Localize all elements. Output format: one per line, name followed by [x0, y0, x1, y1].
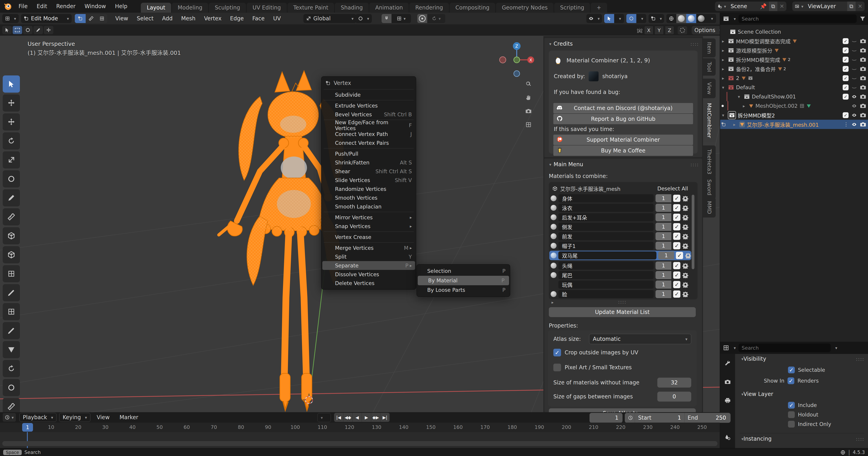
current-frame-field[interactable]: 1: [590, 413, 622, 423]
delete-scene-button[interactable]: ✕: [777, 2, 786, 11]
material-name-field[interactable]: 双马尾: [558, 251, 656, 260]
timeline-track-area[interactable]: [0, 432, 720, 448]
menu-mesh[interactable]: Mesh: [177, 15, 200, 22]
material-checkbox[interactable]: ✓: [673, 195, 680, 202]
menu-help[interactable]: Help: [111, 3, 132, 9]
collapse-icon[interactable]: ▾: [549, 41, 551, 46]
properties-search-input[interactable]: [739, 344, 831, 352]
playhead-marker[interactable]: 1: [22, 423, 33, 432]
tool-rotate-button[interactable]: [3, 132, 20, 150]
expand-icon[interactable]: ▸: [720, 48, 726, 53]
sidebar-tab-sword[interactable]: Sword: [703, 176, 716, 199]
material-name-field[interactable]: 脸: [558, 290, 654, 298]
menu-file[interactable]: File: [14, 3, 32, 9]
expand-icon[interactable]: ▸: [720, 39, 726, 43]
selectable-checkbox[interactable]: ✓: [788, 366, 795, 373]
menu-item-mirror-vertices[interactable]: Mirror Vertices▸: [321, 213, 416, 222]
xray-toggle-button[interactable]: ▾: [649, 14, 664, 23]
outliner-search-input[interactable]: [739, 14, 857, 23]
coffee-button[interactable]: Buy Me a Coffee: [553, 145, 693, 156]
menu-item-randomize-vertices[interactable]: Randomize Vertices: [321, 185, 416, 193]
tool-scale-button[interactable]: [3, 151, 20, 168]
editor-type-chevron[interactable]: ▾: [734, 346, 736, 350]
material-checkbox[interactable]: ✓: [673, 281, 680, 288]
submenu-item-by-material[interactable]: By MaterialP: [418, 276, 509, 285]
proportional-editing-button[interactable]: [417, 14, 427, 23]
viewport-3d[interactable]: User Perspective (1) 艾尔莎-水手服泳装_mesh.001 …: [0, 36, 720, 412]
outliner-row-selected-mesh[interactable]: ▸ 艾尔莎-水手服泳装_mesh.001 ⋮: [720, 120, 868, 129]
show-gizmo-button[interactable]: [604, 14, 614, 23]
material-layer-value[interactable]: 1: [655, 194, 671, 202]
show-object-types-dropdown[interactable]: ▾: [586, 14, 602, 23]
expand-icon[interactable]: ▸: [720, 76, 726, 80]
material-layer-value[interactable]: 1: [655, 262, 671, 270]
workspace-tab-layout[interactable]: Layout: [141, 3, 171, 13]
play-reverse-button[interactable]: ◀: [352, 413, 362, 422]
camera-icon[interactable]: [860, 112, 866, 118]
sidebar-tab-theheta3[interactable]: TheHeta3: [703, 145, 716, 178]
eye-open-icon[interactable]: [852, 113, 857, 118]
save-atlas-button[interactable]: Save Atlas to..: [549, 408, 696, 412]
scene-type-icon[interactable]: ▾: [715, 2, 728, 11]
end-frame-field[interactable]: End250: [684, 413, 729, 423]
camera-icon[interactable]: [860, 47, 866, 54]
material-name-field[interactable]: 后发+耳朵: [558, 213, 654, 221]
workspace-tab-rendering[interactable]: Rendering: [409, 3, 449, 13]
camera-icon[interactable]: [860, 75, 866, 81]
tool-cursor-button[interactable]: [3, 94, 20, 111]
outliner-row-meshobject[interactable]: ▸ MeshObject.002: [720, 101, 868, 110]
menu-edge[interactable]: Edge: [226, 15, 248, 22]
options-chevron[interactable]: ▾: [835, 346, 837, 350]
tool-move-button[interactable]: [3, 113, 20, 131]
github-button[interactable]: Report a Bug on GitHub: [553, 114, 693, 124]
menu-view[interactable]: View: [111, 15, 132, 22]
material-name-field[interactable]: 身体: [558, 194, 654, 202]
add-workspace-button[interactable]: +: [591, 3, 607, 13]
show-overlays-button[interactable]: [626, 14, 636, 23]
camera-icon[interactable]: [860, 66, 866, 72]
expand-icon[interactable]: ▸: [741, 103, 747, 108]
tool-bevel-button[interactable]: [3, 284, 20, 301]
eye-closed-icon[interactable]: [852, 85, 857, 90]
new-scene-button[interactable]: ⧉: [769, 2, 777, 11]
scene-properties-tab[interactable]: [724, 434, 731, 441]
new-viewlayer-button[interactable]: ⧉: [847, 2, 856, 11]
crop-checkbox[interactable]: ✓: [553, 349, 561, 356]
panel-grip-icon[interactable]: ::::: [690, 162, 699, 167]
tool-transform-button[interactable]: [3, 170, 20, 188]
workspace-tab-compositing[interactable]: Compositing: [450, 3, 495, 13]
gear-icon[interactable]: [682, 195, 688, 201]
properties-editor-icon[interactable]: [723, 345, 729, 351]
material-name-field[interactable]: 侧发: [558, 223, 654, 231]
menu-item-subdivide[interactable]: Subdivide: [321, 90, 416, 99]
menu-item-push-pull[interactable]: Push/Pull: [321, 149, 416, 158]
gear-icon[interactable]: [682, 224, 688, 230]
workspace-tab-geometry-nodes[interactable]: Geometry Nodes: [496, 3, 553, 13]
menu-item-new-edge-face[interactable]: New Edge/Face from VerticesF: [321, 121, 416, 130]
camera-icon[interactable]: [860, 94, 866, 100]
view-menu[interactable]: View: [93, 414, 113, 421]
menu-render[interactable]: Render: [52, 3, 80, 9]
pivot-point-dropdown[interactable]: ▾: [355, 14, 372, 23]
panel-grip-icon[interactable]: ::::: [690, 41, 699, 47]
jump-to-end-button[interactable]: ▶|: [380, 413, 390, 422]
render-properties-tab[interactable]: [724, 379, 731, 385]
exclude-checkbox[interactable]: ✓: [843, 47, 848, 53]
menu-item-smooth-vertices[interactable]: Smooth Vertices: [321, 193, 416, 202]
camera-icon[interactable]: [860, 103, 866, 109]
orthographic-toggle-icon[interactable]: [523, 119, 534, 131]
collapse-icon[interactable]: ▾: [549, 162, 551, 167]
sidebar-tab-item[interactable]: Item: [703, 38, 716, 57]
camera-icon[interactable]: [860, 84, 866, 91]
size-materials-field[interactable]: 32: [657, 378, 691, 388]
include-checkbox[interactable]: ✓: [788, 402, 795, 409]
gear-icon[interactable]: [682, 272, 688, 278]
outliner-row-split-mmd2[interactable]: ▾ 拆分MMD模型2 ✓: [720, 110, 868, 120]
submenu-item-by-loose-parts[interactable]: By Loose PartsP: [417, 285, 510, 295]
list-resize-grip[interactable]: ::::: [618, 299, 627, 305]
viewlayer-name[interactable]: ViewLayer: [806, 3, 847, 9]
sidebar-tab-tool[interactable]: Tool: [703, 58, 716, 76]
playback-menu[interactable]: Playback▾: [20, 413, 57, 422]
workspace-tab-scripting[interactable]: Scripting: [554, 3, 590, 13]
menu-item-merge-vertices[interactable]: Merge VerticesM▸: [321, 243, 416, 252]
